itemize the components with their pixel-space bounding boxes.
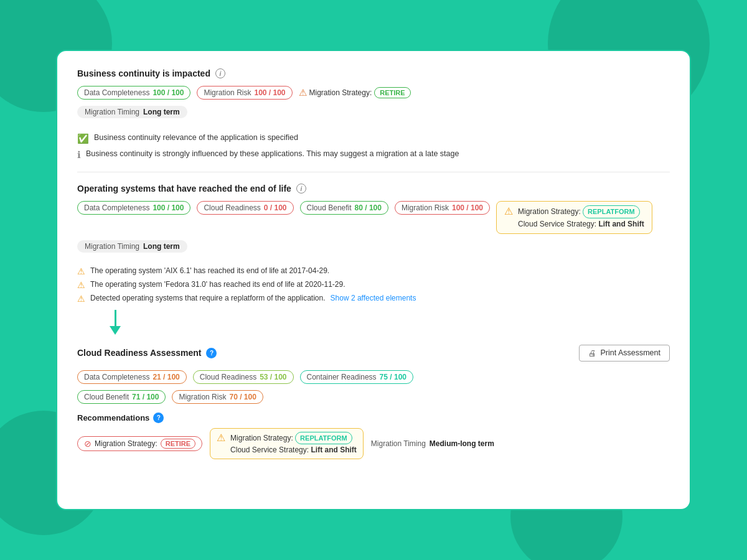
recommendations-row: ⊘ Migration Strategy: RETIRE ⚠ Migration…: [77, 428, 670, 460]
cra-data-completeness-badge: Data Completeness 21 / 100: [77, 370, 187, 384]
section2-title: Operating systems that have reached the …: [77, 184, 670, 194]
arrow-line: [115, 310, 116, 326]
danger-icon: ⊘: [84, 439, 92, 449]
arrow-head: [110, 326, 121, 335]
section2-cloud-readiness-badge: Cloud Readiness 0 / 100: [197, 201, 293, 215]
warning-icon-1: ⚠: [77, 266, 85, 276]
section1-title: Business continuity is impacted i: [77, 68, 670, 78]
rec-replatform-box: ⚠ Migration Strategy: REPLATFORM Cloud S…: [210, 428, 364, 460]
section2-info-icon[interactable]: i: [296, 184, 306, 194]
cra-help-icon[interactable]: ?: [206, 348, 217, 358]
section2-cloud-benefit-badge: Cloud Benefit 80 / 100: [300, 201, 388, 215]
checkmark-icon: ✅: [77, 133, 89, 144]
recommendations-title: Recommendations ?: [77, 413, 670, 423]
cra-cloud-benefit-badge: Cloud Benefit 71 / 100: [77, 390, 166, 404]
cra-badges-row: Data Completeness 21 / 100 Cloud Readine…: [77, 370, 670, 384]
cra-title: Cloud Readiness Assessment ?: [77, 348, 217, 358]
section2-migration-timing: Migration Timing Long term: [77, 240, 670, 260]
main-card: Business continuity is impacted i Data C…: [56, 50, 691, 510]
warning-triangle-icon: ⚠: [504, 205, 513, 217]
business-continuity-section: Business continuity is impacted i Data C…: [77, 68, 670, 161]
rec-migration-timing: Migration Timing Medium-long term: [371, 439, 494, 448]
section1-check1: ✅ Business continuity relevance of the a…: [77, 133, 670, 144]
cra-header: Cloud Readiness Assessment ? 🖨 Print Ass…: [77, 345, 670, 362]
section1-data-completeness-badge: Data Completeness 100 / 100: [77, 86, 190, 100]
show-affected-elements-link[interactable]: Show 2 affected elements: [331, 294, 416, 302]
cra-migration-risk-badge: Migration Risk 70 / 100: [172, 390, 263, 404]
rec-retire-badge: ⊘ Migration Strategy: RETIRE: [77, 436, 202, 451]
cra-cloud-readiness-badge: Cloud Readiness 53 / 100: [193, 370, 294, 384]
section1-check2: ℹ Business continuity is strongly influe…: [77, 149, 670, 161]
warning-icon-3: ⚠: [77, 294, 85, 304]
section2-warning2: ⚠ The operating system 'Fedora 31.0' has…: [77, 280, 670, 290]
section1-migration-timing: Migration Timing Long term: [77, 106, 670, 126]
cra-container-readiness-badge: Container Readiness 75 / 100: [300, 370, 413, 384]
section2-warning1: ⚠ The operating system 'AIX 6.1' has rea…: [77, 266, 670, 276]
down-arrow: [110, 310, 121, 335]
os-section: Operating systems that have reached the …: [77, 184, 670, 304]
arrow-container: [77, 310, 670, 335]
info-circle-icon: ℹ: [77, 149, 81, 161]
section1-info-icon[interactable]: i: [215, 68, 225, 78]
section-divider-1: [77, 172, 670, 172]
recommendations-help-icon[interactable]: ?: [153, 413, 164, 423]
section2-badges-row: Data Completeness 100 / 100 Cloud Readin…: [77, 201, 670, 234]
print-assessment-button[interactable]: 🖨 Print Assessment: [579, 345, 670, 362]
section2-warning-strategy-box: ⚠ Migration Strategy: REPLATFORM Cloud S…: [496, 201, 652, 234]
warning-icon-2: ⚠: [77, 280, 85, 290]
section1-migration-risk-badge: Migration Risk 100 / 100: [197, 86, 292, 100]
rec-warning-triangle-icon: ⚠: [217, 432, 225, 444]
printer-icon: 🖨: [588, 348, 596, 358]
section1-badges-row: Data Completeness 100 / 100 Migration Ri…: [77, 86, 670, 100]
section2-data-completeness-badge: Data Completeness 100 / 100: [77, 201, 190, 215]
cra-badges-row-2: Cloud Benefit 71 / 100 Migration Risk 70…: [77, 390, 670, 404]
section1-migration-strategy-badge: ⚠ Migration Strategy: RETIRE: [299, 87, 411, 98]
section2-warning3: ⚠ Detected operating systems that requir…: [77, 294, 670, 304]
cloud-readiness-section: Cloud Readiness Assessment ? 🖨 Print Ass…: [77, 345, 670, 460]
section2-migration-risk-badge: Migration Risk 100 / 100: [395, 201, 490, 215]
danger-circle-icon: ⚠: [299, 87, 307, 98]
